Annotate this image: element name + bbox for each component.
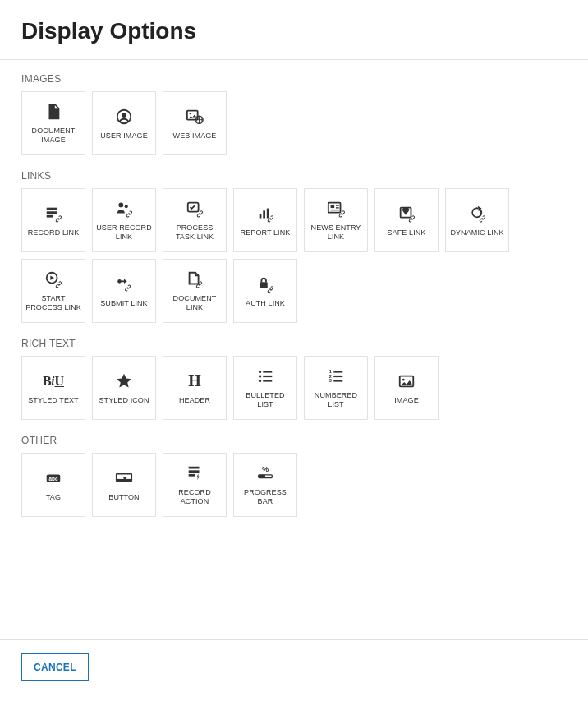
news-entry-link-icon [326,199,346,219]
user-record-link-icon [114,199,134,219]
progress-bar-icon: % [255,463,275,483]
tile-row-richtext: BiU STYLED TEXT STYLED ICON H HEADER BUL… [21,356,567,420]
tile-bulleted-list[interactable]: BULLETED LIST [233,356,297,420]
svg-rect-44 [189,474,195,477]
svg-point-28 [259,380,261,382]
svg-point-22 [117,279,122,284]
tile-report-link[interactable]: REPORT LINK [233,188,297,252]
tile-numbered-list[interactable]: 123 NUMBERED LIST [304,356,368,420]
tile-dynamic-link[interactable]: DYNAMIC LINK [445,188,509,252]
styled-text-icon: BiU [44,371,63,391]
safe-link-icon [397,204,416,224]
svg-rect-12 [260,214,262,219]
tile-header[interactable]: H HEADER [163,356,227,420]
svg-rect-16 [331,205,335,209]
tile-record-action[interactable]: RECORD ACTION [163,453,227,517]
tile-label: PROCESS TASK LINK [167,224,223,242]
section-richtext: RICH TEXT BiU STYLED TEXT STYLED ICON H … [21,338,567,420]
svg-rect-13 [263,210,265,218]
document-link-icon [185,270,204,289]
svg-point-9 [118,203,123,208]
svg-text:3: 3 [329,379,332,384]
svg-rect-6 [47,207,57,210]
tile-document-image[interactable]: DOCUMENT IMAGE [21,91,85,155]
tile-label: IMAGE [394,396,419,405]
submit-link-icon [114,274,134,294]
tag-icon: abc [44,468,63,488]
tile-user-record-link[interactable]: USER RECORD LINK [92,188,156,252]
tile-label: BUTTON [108,493,139,502]
tile-styled-text[interactable]: BiU STYLED TEXT [21,356,85,420]
tile-web-image[interactable]: WEB IMAGE [163,91,227,155]
tile-label: STYLED ICON [99,396,149,405]
svg-rect-14 [267,208,269,218]
cancel-button[interactable]: CANCEL [21,653,89,681]
svg-rect-7 [47,211,57,214]
tile-news-entry-link[interactable]: NEWS ENTRY LINK [304,188,368,252]
section-links: LINKS RECORD LINK USER RECORD LINK PROCE… [21,170,567,323]
tile-label: TAG [46,493,61,502]
tile-progress-bar[interactable]: % PROGRESS BAR [233,453,297,517]
svg-point-0 [51,109,53,111]
svg-rect-17 [336,205,339,206]
tile-label: WEB IMAGE [173,131,217,141]
tile-user-image[interactable]: USER IMAGE [92,91,156,155]
web-image-icon [185,107,204,127]
tile-start-process-link[interactable]: START PROCESS LINK [21,259,85,323]
svg-rect-18 [336,207,339,208]
section-header-links: LINKS [21,170,567,182]
svg-rect-47 [259,475,265,478]
tile-record-link[interactable]: RECORD LINK [21,188,85,252]
section-header-richtext: RICH TEXT [21,338,567,349]
tile-label: DOCUMENT LINK [167,294,223,312]
svg-rect-33 [333,376,342,377]
tile-styled-icon[interactable]: STYLED ICON [92,356,156,420]
bulleted-list-icon [255,367,275,386]
tile-label: USER RECORD LINK [96,224,152,242]
report-link-icon [255,204,275,224]
svg-rect-8 [47,214,53,217]
svg-rect-27 [263,376,272,377]
document-image-icon [44,102,63,122]
svg-text:%: % [262,465,269,473]
tile-tag[interactable]: abc TAG [21,453,85,517]
tile-image[interactable]: IMAGE [374,356,439,420]
section-header-other: OTHER [21,435,567,446]
svg-rect-43 [189,471,200,473]
tile-label: BULLETED LIST [237,391,293,409]
svg-rect-29 [263,380,272,382]
svg-rect-35 [333,380,342,382]
tile-auth-link[interactable]: AUTH LINK [233,259,297,323]
svg-point-37 [402,378,405,380]
content-area: IMAGES DOCUMENT IMAGE USER IMAGE WEB IMA… [0,60,588,639]
svg-point-24 [259,371,261,373]
start-process-link-icon [44,270,63,289]
tile-label: DYNAMIC LINK [450,228,503,238]
dialog-footer: CANCEL [0,639,588,701]
tile-row-images: DOCUMENT IMAGE USER IMAGE WEB IMAGE [21,91,567,155]
tile-label: RECORD ACTION [167,488,223,506]
button-icon [114,468,134,488]
tile-label: HEADER [179,396,210,405]
tile-submit-link[interactable]: SUBMIT LINK [92,259,156,323]
tile-process-task-link[interactable]: PROCESS TASK LINK [163,188,227,252]
tile-label: REPORT LINK [241,228,291,238]
svg-point-2 [122,113,126,118]
record-link-icon [44,204,63,224]
svg-point-26 [259,376,261,378]
svg-rect-23 [260,282,268,288]
tile-row-other: abc TAG BUTTON RECORD ACTION % [21,453,567,517]
dialog-header: Display Options [0,0,588,59]
tile-label: AUTH LINK [246,299,285,308]
tile-label: SAFE LINK [388,228,426,238]
tile-document-link[interactable]: DOCUMENT LINK [163,259,227,323]
tile-safe-link[interactable]: SAFE LINK [374,188,439,252]
tile-row-links: RECORD LINK USER RECORD LINK PROCESS TAS… [21,188,567,323]
svg-point-4 [190,113,191,114]
user-image-icon [114,107,134,127]
tile-label: RECORD LINK [28,228,80,238]
styled-icon-icon [114,371,134,391]
tile-button[interactable]: BUTTON [92,453,156,517]
tile-label: SUBMIT LINK [100,299,147,308]
page-title: Display Options [21,18,567,44]
